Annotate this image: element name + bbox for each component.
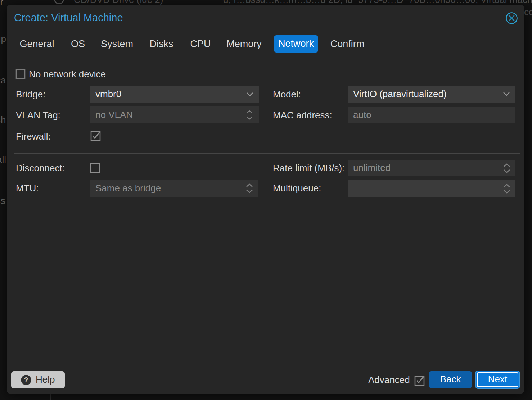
svg-text:?: ? <box>24 376 28 384</box>
